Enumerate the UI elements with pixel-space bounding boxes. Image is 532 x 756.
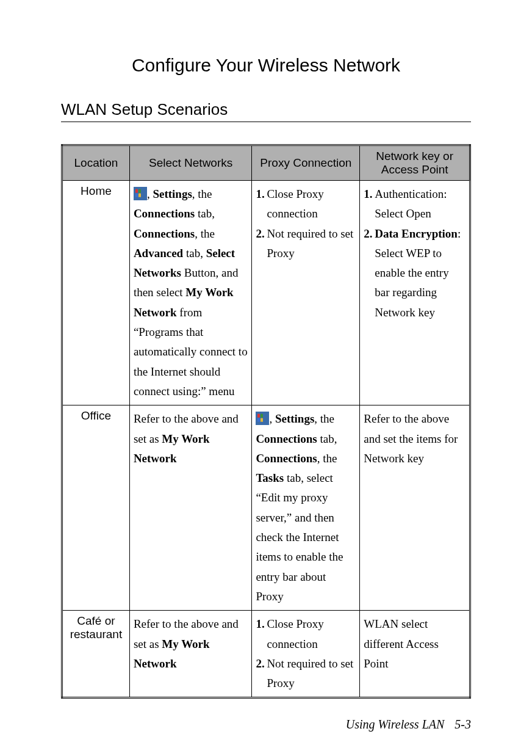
windows-start-icon — [256, 412, 269, 425]
page-title: Configure Your Wireless Network — [61, 55, 471, 76]
cell-location: Café or restaurant — [62, 611, 130, 698]
cell-location: Home — [62, 181, 130, 405]
cell-network-key: WLAN select different Access Point — [360, 611, 470, 698]
col-header-select-networks: Select Networks — [129, 145, 251, 181]
list-item: 2.Not required to set Proxy — [256, 224, 356, 264]
col-header-proxy: Proxy Connection — [252, 145, 360, 181]
table-row: Home, Settings, the Connections tab, Con… — [62, 181, 470, 405]
col-header-location: Location — [62, 145, 130, 181]
cell-select-networks: Refer to the above and set as My Work Ne… — [129, 405, 251, 611]
list-item: 2.Data Encryption: Select WEP to enable … — [364, 224, 466, 322]
cell-proxy-connection: 1.Close Proxy connection2.Not required t… — [252, 611, 360, 698]
footer-page-number: 5-3 — [455, 718, 471, 731]
list-item: 1.Close Proxy connection — [256, 184, 356, 224]
section-rule — [61, 122, 471, 122]
cell-proxy-connection: 1.Close Proxy connection2.Not required t… — [252, 181, 360, 405]
cell-network-key: 1.Authentication: Select Open2.Data Encr… — [360, 181, 470, 405]
section-heading: WLAN Setup Scenarios — [61, 100, 471, 119]
windows-start-icon — [134, 187, 147, 200]
cell-proxy-connection: , Settings, the Connections tab, Connect… — [252, 405, 360, 611]
cell-location: Office — [62, 405, 130, 611]
page-footer: Using Wireless LAN 5-3 — [346, 718, 471, 732]
table-row: OfficeRefer to the above and set as My W… — [62, 405, 470, 611]
cell-select-networks: , Settings, the Connections tab, Connect… — [129, 181, 251, 405]
list-item: 1.Close Proxy connection — [256, 614, 356, 654]
col-header-network-key: Network key or Access Point — [360, 145, 470, 181]
list-item: 1.Authentication: Select Open — [364, 184, 466, 224]
scenarios-table: Location Select Networks Proxy Connectio… — [61, 144, 471, 699]
footer-text: Using Wireless LAN — [346, 718, 445, 731]
table-row: Café or restaurantRefer to the above and… — [62, 611, 470, 698]
cell-select-networks: Refer to the above and set as My Work Ne… — [129, 611, 251, 698]
cell-network-key: Refer to the above and set the items for… — [360, 405, 470, 611]
list-item: 2.Not required to set Proxy — [256, 654, 356, 694]
